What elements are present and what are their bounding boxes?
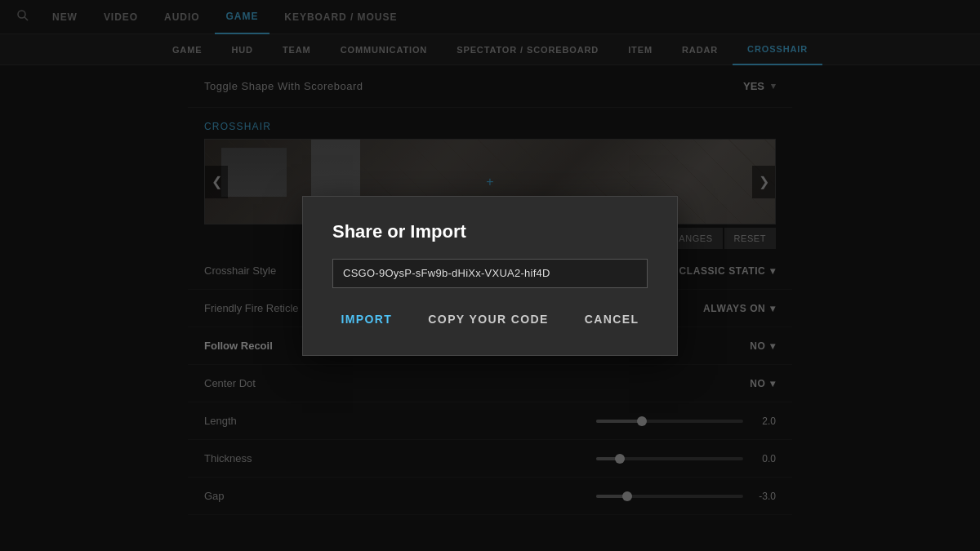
modal-overlay: Share or Import IMPORT COPY YOUR CODE CA… — [0, 0, 980, 551]
copy-code-button[interactable]: COPY YOUR CODE — [425, 308, 551, 331]
crosshair-code-input[interactable] — [332, 259, 648, 288]
modal-buttons: IMPORT COPY YOUR CODE CANCEL — [332, 308, 648, 331]
import-button[interactable]: IMPORT — [337, 308, 395, 331]
cancel-button[interactable]: CANCEL — [581, 308, 643, 331]
modal-title: Share or Import — [332, 221, 648, 242]
share-import-modal: Share or Import IMPORT COPY YOUR CODE CA… — [302, 196, 678, 356]
